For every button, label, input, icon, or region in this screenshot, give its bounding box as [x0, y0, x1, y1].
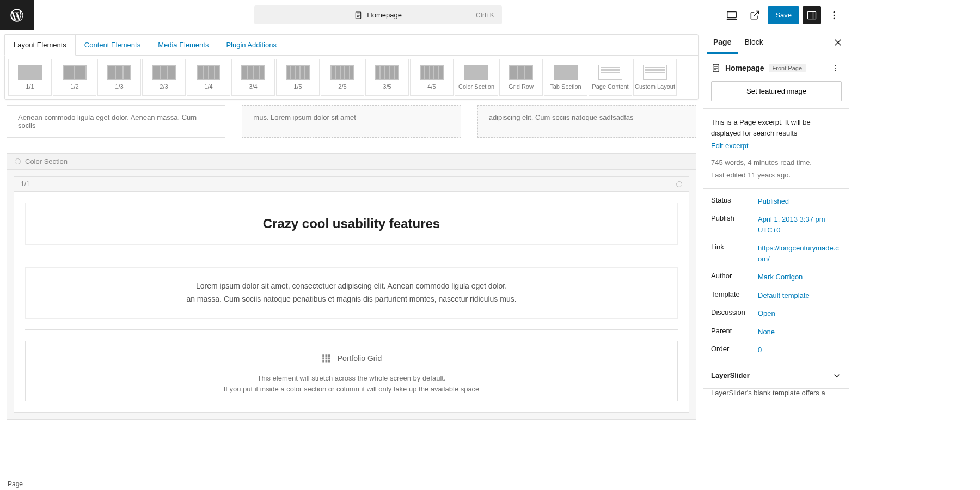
svg-line-6 [754, 11, 759, 16]
wp-logo[interactable] [0, 0, 34, 30]
layerslider-description: LayerSlider's blank template offers a [703, 389, 849, 405]
layout-element-tab-section[interactable]: Tab Section [544, 59, 587, 96]
svg-rect-15 [322, 357, 324, 359]
color-section-container[interactable]: Color Section 1/1 Crazy cool usability f… [7, 153, 696, 420]
svg-rect-13 [325, 354, 327, 357]
layout-element-1-4[interactable]: 1/4 [187, 59, 230, 96]
tab-content-elements[interactable]: Content Elements [76, 35, 149, 55]
layout-element-3-5[interactable]: 3/5 [365, 59, 409, 96]
layout-element-grid-row[interactable]: Grid Row [499, 59, 543, 96]
document-selector[interactable]: Homepage Ctrl+K [254, 5, 502, 24]
svg-point-9 [834, 11, 835, 13]
meta-template[interactable]: Default template [758, 290, 842, 301]
separator [25, 329, 678, 330]
svg-rect-12 [322, 354, 324, 357]
layout-elements-row: 1/11/21/32/31/43/41/52/53/54/5Color Sect… [5, 56, 698, 99]
builder-canvas: Aenean commodo ligula eget dolor. Aenean… [0, 100, 703, 477]
meta-publish[interactable]: April 1, 2013 3:37 pm UTC+0 [758, 214, 842, 235]
tab-media-elements[interactable]: Media Elements [149, 35, 217, 55]
close-sidebar-button[interactable] [831, 35, 845, 50]
breadcrumb[interactable]: Page [8, 480, 23, 488]
more-options-button[interactable] [824, 5, 844, 25]
status-dot-icon [676, 181, 682, 187]
meta-discussion[interactable]: Open [758, 308, 842, 319]
column-header: 1/1 [14, 177, 689, 192]
page-actions-button[interactable] [829, 62, 842, 75]
panel-right-icon [806, 10, 817, 21]
elements-panel: Layout Elements Content Elements Media E… [4, 34, 699, 100]
layout-element-3-4[interactable]: 3/4 [231, 59, 275, 96]
column-1-1[interactable]: 1/1 Crazy cool usability features Lorem … [14, 176, 689, 413]
document-name: Homepage [367, 11, 402, 19]
open-external-button[interactable] [745, 5, 764, 25]
color-section-label: Color Section [25, 157, 68, 166]
builder-cell[interactable]: adipiscing elit. Cum sociis natoque sadf… [477, 105, 696, 138]
svg-point-29 [835, 70, 836, 71]
separator [25, 256, 678, 256]
meta-parent[interactable]: None [758, 327, 842, 338]
view-button[interactable] [722, 5, 742, 25]
front-page-badge: Front Page [769, 64, 806, 72]
status-dot-icon [15, 158, 21, 164]
svg-rect-17 [328, 357, 330, 359]
set-featured-image-button[interactable]: Set featured image [711, 81, 842, 101]
builder-cell[interactable]: mus. Lorem ipsum dolor sit amet [242, 105, 461, 138]
special-heading-block[interactable]: Crazy cool usability features [25, 203, 678, 245]
top-bar: Homepage Ctrl+K Save [0, 0, 849, 30]
close-icon [833, 38, 843, 47]
layout-element-1-5[interactable]: 1/5 [276, 59, 320, 96]
color-section-header[interactable]: Color Section [7, 154, 696, 170]
svg-point-28 [835, 68, 836, 69]
sidebar-toggle-button[interactable] [803, 6, 821, 24]
layout-element-2-3[interactable]: 2/3 [142, 59, 186, 96]
layout-element-1-3[interactable]: 1/3 [97, 59, 141, 96]
tab-layout-elements[interactable]: Layout Elements [4, 34, 76, 56]
svg-rect-7 [808, 11, 816, 19]
layerslider-panel-toggle[interactable]: LayerSlider [703, 363, 849, 389]
svg-rect-14 [328, 354, 330, 357]
grid-icon [321, 353, 331, 363]
portfolio-grid-block[interactable]: Portfolio Grid This element will stretch… [25, 341, 678, 402]
word-count-stat: 745 words, 4 minutes read time. [711, 157, 842, 169]
svg-rect-18 [322, 360, 324, 362]
element-category-tabs: Layout Elements Content Elements Media E… [5, 35, 698, 56]
layout-element-custom-layout[interactable]: Custom Layout [633, 59, 677, 96]
meta-link[interactable]: https://longcenturymade.com/ [758, 243, 842, 264]
builder-cell[interactable]: Aenean commodo ligula eget dolor. Aenean… [7, 105, 225, 138]
text-block[interactable]: Lorem ipsum dolor sit amet, consectetuer… [25, 267, 678, 318]
layout-element-1-2[interactable]: 1/2 [53, 59, 96, 96]
svg-point-27 [835, 65, 836, 66]
tab-block[interactable]: Block [738, 30, 769, 54]
shortcut-hint: Ctrl+K [476, 11, 494, 19]
svg-rect-20 [328, 360, 330, 362]
tab-plugin-additions[interactable]: Plugin Additions [217, 35, 285, 55]
layout-element-4-5[interactable]: 4/5 [410, 59, 454, 96]
meta-author[interactable]: Mark Corrigon [758, 272, 842, 283]
page-icon [711, 63, 721, 73]
meta-status[interactable]: Published [758, 196, 842, 207]
dots-vertical-icon [831, 64, 840, 72]
svg-point-10 [834, 14, 835, 16]
tab-page[interactable]: Page [707, 30, 738, 54]
page-icon [354, 11, 363, 20]
excerpt-text: This is a Page excerpt. It will be displ… [711, 117, 842, 138]
svg-point-11 [834, 17, 835, 19]
wordpress-icon [9, 8, 24, 23]
settings-sidebar: Page Block Homepage Front Page Set featu… [703, 30, 849, 490]
svg-rect-4 [727, 11, 737, 17]
meta-order[interactable]: 0 [758, 345, 842, 356]
save-button[interactable]: Save [768, 6, 799, 24]
edit-excerpt-link[interactable]: Edit excerpt [711, 142, 749, 150]
svg-rect-19 [325, 360, 327, 362]
desktop-icon [726, 9, 738, 21]
layout-element-2-5[interactable]: 2/5 [321, 59, 364, 96]
last-edited-stat: Last edited 11 years ago. [711, 170, 842, 181]
svg-rect-16 [325, 357, 327, 359]
layout-element-page-content[interactable]: Page Content [589, 59, 632, 96]
portfolio-grid-title: Portfolio Grid [338, 354, 382, 363]
layout-element-color-section[interactable]: Color Section [455, 59, 498, 96]
layout-element-1-1[interactable]: 1/1 [8, 59, 52, 96]
external-link-icon [749, 10, 760, 21]
sidebar-page-title: Homepage [725, 64, 764, 72]
editor-footer: Page [0, 477, 703, 490]
